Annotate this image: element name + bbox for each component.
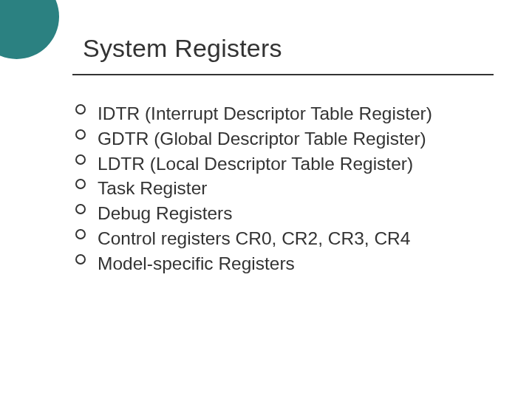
slide: System Registers IDTR (Interrupt Descrip… xyxy=(0,0,532,399)
bullet-text: Control registers CR0, CR2, CR3, CR4 xyxy=(98,228,410,248)
content-area: IDTR (Interrupt Descriptor Table Registe… xyxy=(75,102,501,277)
bullet-list: IDTR (Interrupt Descriptor Table Registe… xyxy=(75,102,501,276)
list-item: Task Register xyxy=(75,177,501,201)
title-underline xyxy=(72,74,494,75)
bullet-text: IDTR (Interrupt Descriptor Table Registe… xyxy=(98,103,432,123)
bullet-icon xyxy=(75,229,86,239)
bullet-icon xyxy=(75,179,86,189)
list-item: Debug Registers xyxy=(75,202,501,226)
decorative-corner-circle xyxy=(0,0,59,59)
bullet-icon xyxy=(75,204,86,214)
list-item: GDTR (Global Descriptor Table Register) xyxy=(75,127,501,151)
list-item: Model-specific Registers xyxy=(75,252,501,276)
bullet-text: Model-specific Registers xyxy=(98,253,295,273)
bullet-text: GDTR (Global Descriptor Table Register) xyxy=(98,129,426,149)
bullet-text: LDTR (Local Descriptor Table Register) xyxy=(98,154,413,174)
bullet-icon xyxy=(75,104,86,115)
list-item: LDTR (Local Descriptor Table Register) xyxy=(75,152,501,177)
slide-title: System Registers xyxy=(83,34,497,63)
bullet-icon xyxy=(75,254,86,265)
list-item: Control registers CR0, CR2, CR3, CR4 xyxy=(75,227,501,251)
list-item: IDTR (Interrupt Descriptor Table Registe… xyxy=(75,102,501,126)
title-container: System Registers xyxy=(83,34,497,63)
bullet-icon xyxy=(75,129,86,140)
bullet-text: Debug Registers xyxy=(98,203,232,223)
bullet-icon xyxy=(75,154,86,165)
bullet-text: Task Register xyxy=(98,178,207,198)
